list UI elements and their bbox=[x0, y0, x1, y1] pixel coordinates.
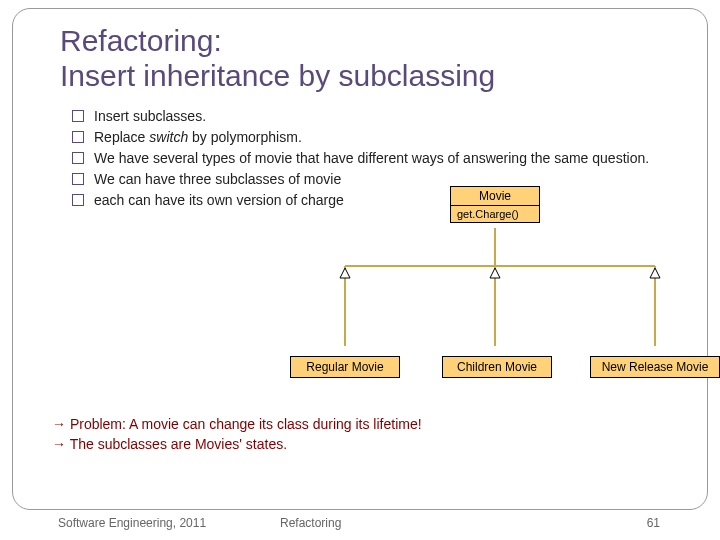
problem-note: → Problem: A movie can change its class … bbox=[52, 415, 422, 454]
uml-diagram: Movie get.Charge() Regular Movie Childre… bbox=[290, 186, 710, 406]
bullet-1: Insert subclasses. bbox=[72, 107, 688, 126]
bullet-4-text: We can have three subclasses of movie bbox=[94, 171, 341, 187]
title-line-2: Insert inheritance by subclassing bbox=[60, 59, 495, 92]
slide: Refactoring: Insert inheritance by subcl… bbox=[0, 0, 720, 540]
class-new-release-movie: New Release Movie bbox=[590, 356, 720, 378]
arrow-icon: → bbox=[52, 436, 66, 452]
bullet-2-text: Replace switch by polymorphism. bbox=[94, 129, 302, 145]
bullet-1-text: Insert subclasses. bbox=[94, 108, 206, 124]
class-children-movie: Children Movie bbox=[442, 356, 552, 378]
problem-line-1: → Problem: A movie can change its class … bbox=[52, 415, 422, 435]
problem-line-2-text: The subclasses are Movies' states. bbox=[66, 436, 287, 452]
class-movie-name: Movie bbox=[451, 187, 539, 206]
bullet-2-pre: Replace bbox=[94, 129, 149, 145]
class-movie-method: get.Charge() bbox=[451, 206, 539, 222]
bullet-3-text: We have several types of movie that have… bbox=[94, 150, 649, 166]
class-movie: Movie get.Charge() bbox=[450, 186, 540, 223]
footer-center: Refactoring bbox=[280, 516, 341, 530]
bullet-3: We have several types of movie that have… bbox=[72, 149, 688, 168]
page-number: 61 bbox=[647, 516, 660, 530]
slide-title: Refactoring: Insert inheritance by subcl… bbox=[60, 24, 688, 93]
problem-line-1-text: Problem: A movie can change its class du… bbox=[66, 416, 422, 432]
bullet-2-post: by polymorphism. bbox=[188, 129, 302, 145]
class-regular-movie: Regular Movie bbox=[290, 356, 400, 378]
problem-line-2: → The subclasses are Movies' states. bbox=[52, 435, 422, 455]
title-line-1: Refactoring: bbox=[60, 24, 222, 57]
bullet-2: Replace switch by polymorphism. bbox=[72, 128, 688, 147]
bullet-2-em: switch bbox=[149, 129, 188, 145]
arrow-icon: → bbox=[52, 416, 66, 432]
footer-left: Software Engineering, 2011 bbox=[58, 516, 206, 530]
